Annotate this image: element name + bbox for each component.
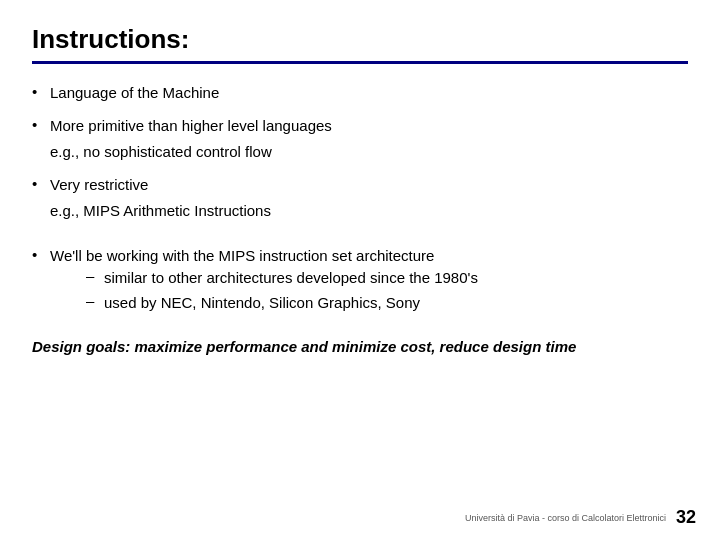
footer-label: Università di Pavia - corso di Calcolato…	[465, 513, 666, 523]
page-title: Instructions:	[32, 24, 688, 55]
dash-icon-1: –	[86, 267, 104, 284]
list-item: • Very restrictive	[32, 174, 688, 197]
bullet-text-3: Very restrictive	[50, 174, 148, 197]
page-number: 32	[676, 507, 696, 528]
bullet-section-1: • Language of the Machine • More primiti…	[32, 82, 688, 223]
bullet-group-3: • Very restrictive e.g., MIPS Arithmetic…	[32, 174, 688, 223]
bullet-text-2: More primitive than higher level languag…	[50, 115, 332, 138]
dash-item-1: – similar to other architectures develop…	[86, 267, 478, 290]
list-item: • Language of the Machine	[32, 82, 688, 105]
list-item: • More primitive than higher level langu…	[32, 115, 688, 138]
bullet-dot-4: •	[32, 245, 50, 263]
footer: Università di Pavia - corso di Calcolato…	[465, 507, 696, 528]
bullet-text-1: Language of the Machine	[50, 82, 219, 105]
design-goals-text: Design goals: maximize performance and m…	[32, 338, 688, 355]
bullet-group-1: • Language of the Machine	[32, 82, 688, 105]
bullet-dot-2: •	[32, 115, 50, 133]
bullet-group-2: • More primitive than higher level langu…	[32, 115, 688, 164]
dash-icon-2: –	[86, 292, 104, 309]
bullet-text-4: We'll be working with the MIPS instructi…	[50, 245, 478, 268]
sub-text-2: e.g., no sophisticated control flow	[50, 141, 688, 164]
dash-text-2: used by NEC, Nintendo, Silicon Graphics,…	[104, 292, 420, 315]
bullet-dot-3: •	[32, 174, 50, 192]
dash-text-1: similar to other architectures developed…	[104, 267, 478, 290]
slide: Instructions: • Language of the Machine …	[0, 0, 720, 540]
dash-item-2: – used by NEC, Nintendo, Silicon Graphic…	[86, 292, 478, 315]
title-section: Instructions:	[32, 24, 688, 64]
sub-text-3: e.g., MIPS Arithmetic Instructions	[50, 200, 688, 223]
bullet-dot-1: •	[32, 82, 50, 100]
list-item: • We'll be working with the MIPS instruc…	[32, 245, 688, 317]
bullet-section-2: • We'll be working with the MIPS instruc…	[32, 245, 688, 317]
title-divider	[32, 61, 688, 64]
